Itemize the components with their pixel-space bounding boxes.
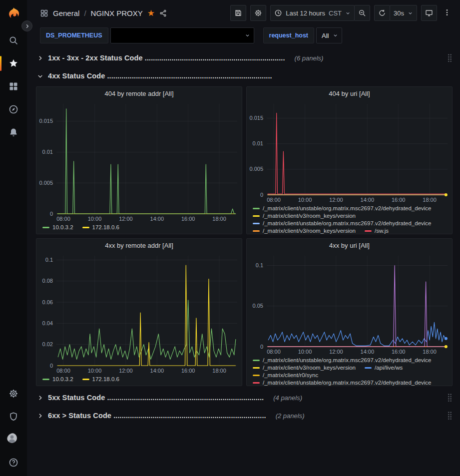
row-toggle[interactable]: 4xx Status Code ........................… — [36, 72, 273, 80]
monitor-icon — [425, 9, 433, 17]
datasource-select[interactable] — [110, 27, 254, 43]
panel-title[interactable]: 404 by remote addr [All] — [36, 87, 242, 100]
legend: 10.0.3.2 172.18.0.6 — [36, 223, 242, 234]
legend-item[interactable]: /sw.js — [365, 228, 389, 234]
series-color-swatch — [253, 382, 260, 384]
save-icon — [234, 9, 242, 17]
request-host-select[interactable]: All — [316, 27, 342, 43]
breadcrumb: General / NGINX PROXY ★ — [40, 9, 167, 17]
sidebar-item-configuration[interactable] — [0, 382, 27, 405]
chevron-right-icon — [37, 55, 43, 61]
legend-item[interactable]: /_matrix/client/unstable/org.matrix.msc2… — [253, 220, 432, 226]
legend-item[interactable]: /_matrix/client/v3/room_keys/version — [253, 365, 356, 371]
svg-text:0: 0 — [50, 211, 53, 217]
sidebar-item-alerting[interactable] — [0, 121, 27, 144]
row-drag-handle[interactable] — [448, 412, 452, 420]
timeseries-chart[interactable]: 08:0010:0012:0014:0016:0018:0000.050.1 — [247, 252, 452, 356]
avatar — [7, 433, 20, 446]
row-panel-count: (6 panels) — [295, 54, 324, 62]
svg-text:16:00: 16:00 — [392, 349, 406, 355]
sidebar-item-starred[interactable] — [0, 52, 27, 75]
legend-label: /_matrix/client/v3/room_keys/version — [263, 213, 356, 219]
sidebar-item-explore[interactable] — [0, 98, 27, 121]
svg-text:0.005: 0.005 — [39, 180, 53, 186]
svg-text:16:00: 16:00 — [181, 216, 195, 222]
panel-404-by-uri: 404 by uri [All] 08:0010:0012:0014:0016:… — [246, 86, 453, 234]
legend-item[interactable]: 10.0.3.2 — [42, 224, 73, 230]
panel-4xx-by-uri: 4xx by uri [All] 08:0010:0012:0014:0016:… — [246, 238, 453, 386]
legend-item[interactable]: /_matrix/client/unstable/org.matrix.msc2… — [253, 357, 432, 363]
panel-title[interactable]: 4xx by uri [All] — [247, 239, 452, 252]
timeseries-chart[interactable]: 08:0010:0012:0014:0016:0018:0000.020.040… — [36, 252, 242, 375]
request-host-variable-label[interactable]: request_host — [263, 27, 315, 43]
sidebar-item-search[interactable] — [0, 29, 27, 52]
svg-text:0.04: 0.04 — [42, 320, 53, 326]
sidebar-item-server-admin[interactable] — [0, 405, 27, 428]
legend-item[interactable]: 172.18.0.6 — [82, 224, 119, 230]
timeseries-chart[interactable]: 08:0010:0012:0014:0016:0018:0000.0050.01… — [36, 100, 242, 223]
row-drag-handle[interactable] — [448, 54, 452, 62]
svg-text:18:00: 18:00 — [212, 216, 226, 222]
legend-item[interactable]: 10.0.3.2 — [42, 376, 73, 382]
legend-item[interactable]: /_matrix/client/v3/room_keys/version — [253, 213, 356, 219]
row-panel-count: (2 panels) — [276, 412, 305, 420]
svg-text:0.05: 0.05 — [253, 303, 263, 309]
share-icon[interactable] — [159, 9, 167, 17]
time-range-picker[interactable]: Last 12 hours CST — [270, 5, 355, 21]
panel-title[interactable]: 404 by uri [All] — [247, 87, 452, 100]
top-navbar: General / NGINX PROXY ★ — [27, 0, 460, 26]
legend-item[interactable]: /_matrix/client/v3/room_keys/version — [253, 228, 356, 234]
series-color-swatch — [253, 223, 260, 224]
legend-item[interactable]: /_matrix/client/unstable/org.matrix.msc2… — [253, 205, 432, 211]
svg-text:0.01: 0.01 — [253, 140, 263, 146]
panel-title[interactable]: 4xx by remote addr [All] — [36, 239, 242, 252]
sidebar-item-dashboards[interactable] — [0, 75, 27, 98]
compass-icon — [8, 104, 18, 114]
tv-mode-button[interactable] — [421, 5, 437, 21]
user-avatar[interactable] — [0, 428, 27, 451]
legend-item[interactable]: /_matrix/client/r0/sync — [253, 372, 318, 378]
refresh-interval-picker[interactable]: 30s — [390, 5, 417, 21]
grafana-flame-icon — [6, 6, 21, 23]
chevron-right-icon — [37, 395, 43, 401]
svg-text:10:00: 10:00 — [298, 197, 312, 203]
row-title: 5xx Status Code ........................… — [48, 394, 264, 402]
datasource-variable-label[interactable]: DS_PROMETHEUS — [40, 27, 108, 43]
search-icon — [8, 35, 18, 45]
svg-text:10:00: 10:00 — [88, 216, 102, 222]
legend-label: /api/live/ws — [375, 365, 403, 371]
svg-text:0.1: 0.1 — [45, 257, 53, 263]
row-drag-handle[interactable] — [448, 394, 452, 402]
refresh-group: 30s — [374, 5, 417, 21]
panel-grid: 404 by remote addr [All] 08:0010:0012:00… — [36, 86, 453, 386]
refresh-button[interactable] — [374, 5, 390, 21]
dashboard-canvas: 1xx - 3xx - 2xx Status Code ............… — [27, 48, 460, 476]
breadcrumb-folder[interactable]: General — [53, 9, 79, 17]
row-toggle[interactable]: 6xx > Status Code ......................… — [36, 412, 305, 420]
svg-text:18:00: 18:00 — [423, 197, 437, 203]
row-title: 1xx - 3xx - 2xx Status Code ............… — [48, 54, 285, 62]
star-icon — [8, 58, 18, 68]
legend-item[interactable]: 172.18.0.6 — [82, 376, 119, 382]
sidebar-item-help[interactable] — [0, 451, 27, 474]
save-dashboard-button[interactable] — [230, 5, 246, 21]
legend-item[interactable]: /_matrix/client/unstable/org.matrix.msc2… — [253, 380, 432, 386]
zoom-out-time-button[interactable] — [354, 5, 370, 21]
sidebar-expand-button[interactable] — [21, 20, 32, 31]
legend-label: 172.18.0.6 — [92, 376, 119, 382]
dashboard-settings-button[interactable] — [250, 5, 266, 21]
row-toggle[interactable]: 5xx Status Code ........................… — [36, 394, 303, 402]
dashboard-title[interactable]: NGINX PROXY — [91, 9, 143, 17]
favorite-star-icon[interactable]: ★ — [147, 9, 155, 17]
svg-text:0: 0 — [50, 363, 53, 369]
row-toggle[interactable]: 1xx - 3xx - 2xx Status Code ............… — [36, 54, 324, 62]
svg-text:12:00: 12:00 — [329, 197, 343, 203]
legend-label: /_matrix/client/v3/room_keys/version — [263, 365, 356, 371]
legend-item[interactable]: /api/live/ws — [365, 365, 403, 371]
svg-text:16:00: 16:00 — [392, 197, 406, 203]
more-options-button[interactable] — [441, 5, 453, 21]
clock-icon — [274, 9, 282, 17]
request-host-value: All — [322, 32, 329, 39]
series-color-swatch — [253, 215, 260, 217]
timeseries-chart[interactable]: 08:0010:0012:0014:0016:0018:0000.0050.01… — [247, 100, 452, 204]
